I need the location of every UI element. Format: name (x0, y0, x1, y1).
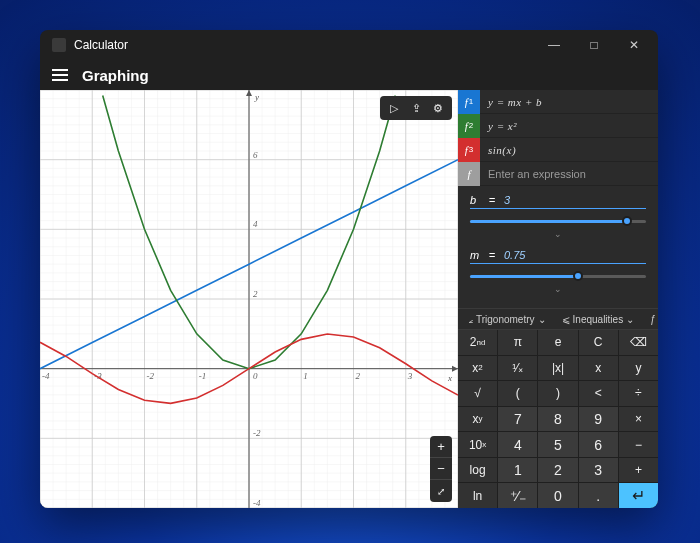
tab-inequalities[interactable]: ⩽ Inequalities ⌄ (558, 314, 639, 325)
graph-options-button[interactable]: ⚙ (427, 99, 449, 117)
svg-marker-100 (452, 366, 458, 372)
key-x[interactable]: xy (458, 407, 497, 432)
key-[interactable]: ⌫ (619, 330, 658, 355)
svg-text:y: y (254, 92, 259, 102)
svg-text:0: 0 (253, 371, 258, 381)
key-[interactable]: π (498, 330, 537, 355)
share-graph-button[interactable]: ⇪ (405, 99, 427, 117)
key-1[interactable]: 1 (498, 458, 537, 483)
zoom-out-button[interactable]: − (430, 458, 452, 480)
key-[interactable]: + (619, 458, 658, 483)
key-[interactable]: ¹⁄ₓ (498, 356, 537, 381)
key-[interactable]: ⁺⁄₋ (498, 483, 537, 508)
function-input-empty[interactable]: fEnter an expression (458, 162, 658, 186)
graph-canvas[interactable]: -4-3-2-11234-4-224680xy ▷ ⇪ ⚙ + − ⤢ (40, 90, 458, 508)
zoom-fit-button[interactable]: ⤢ (430, 480, 452, 502)
key-[interactable]: × (619, 407, 658, 432)
key-[interactable]: ) (538, 381, 577, 406)
key-y[interactable]: y (619, 356, 658, 381)
close-button[interactable]: ✕ (614, 30, 654, 60)
key-e[interactable]: e (538, 330, 577, 355)
key-[interactable]: . (579, 483, 618, 508)
zoom-in-button[interactable]: + (430, 436, 452, 458)
key-5[interactable]: 5 (538, 432, 577, 457)
key-[interactable]: − (619, 432, 658, 457)
svg-text:2: 2 (356, 371, 361, 381)
svg-text:x: x (447, 373, 452, 383)
key-x[interactable]: x2 (458, 356, 497, 381)
key-7[interactable]: 7 (498, 407, 537, 432)
key-4[interactable]: 4 (498, 432, 537, 457)
key-2[interactable]: 2 (538, 458, 577, 483)
function-list: f1y = mx + bf2y = x²f3sin(x)fEnter an ex… (458, 90, 658, 186)
angle-icon: ⦟ (468, 314, 473, 325)
maximize-button[interactable]: □ (574, 30, 614, 60)
svg-text:-4: -4 (253, 498, 261, 508)
variable-slider-m[interactable] (470, 270, 646, 282)
chevron-down-icon: ⌄ (538, 314, 546, 325)
inequality-icon: ⩽ (562, 314, 570, 325)
key-[interactable]: ( (498, 381, 537, 406)
svg-text:1: 1 (303, 371, 308, 381)
svg-text:-2: -2 (253, 428, 261, 438)
function-color-chip: f (458, 162, 480, 186)
function-row-1[interactable]: f1y = mx + b (458, 90, 658, 114)
variable-value-display[interactable]: b=3 (470, 194, 646, 209)
function-row-3[interactable]: f3sin(x) (458, 138, 658, 162)
function-expression: y = mx + b (480, 96, 542, 108)
graph-toolbar: ▷ ⇪ ⚙ (380, 96, 452, 120)
calculator-window: Calculator — □ ✕ Graphing -4-3-2-11234-4… (40, 30, 658, 508)
keypad: 2ndπeC⌫x2¹⁄ₓ|x|xy√()<÷xy789×10x456−log12… (458, 330, 658, 508)
function-color-chip: f3 (458, 138, 480, 162)
app-title: Calculator (74, 38, 128, 52)
svg-text:2: 2 (253, 289, 258, 299)
minimize-button[interactable]: — (534, 30, 574, 60)
key-9[interactable]: 9 (579, 407, 618, 432)
svg-text:3: 3 (407, 371, 413, 381)
input-pane: f1y = mx + bf2y = x²f3sin(x)fEnter an ex… (458, 90, 658, 508)
app-icon (52, 38, 66, 52)
function-placeholder-text: Enter an expression (480, 168, 586, 180)
zoom-controls: + − ⤢ (430, 436, 452, 502)
key-3[interactable]: 3 (579, 458, 618, 483)
function-icon: ƒ (650, 314, 656, 325)
svg-text:-4: -4 (42, 371, 50, 381)
mode-title: Graphing (82, 67, 149, 84)
key-2[interactable]: 2nd (458, 330, 497, 355)
function-expression: sin(x) (480, 144, 516, 156)
tab-trigonometry[interactable]: ⦟ Trigonometry ⌄ (464, 314, 550, 325)
key-8[interactable]: 8 (538, 407, 577, 432)
key-10[interactable]: 10x (458, 432, 497, 457)
key-x[interactable]: |x| (538, 356, 577, 381)
key-[interactable]: ↵ (619, 483, 658, 508)
chevron-down-icon[interactable]: ⌄ (470, 229, 646, 239)
hamburger-icon[interactable] (52, 69, 68, 81)
key-[interactable]: √ (458, 381, 497, 406)
function-expression: y = x² (480, 120, 517, 132)
function-row-2[interactable]: f2y = x² (458, 114, 658, 138)
svg-text:4: 4 (253, 219, 258, 229)
svg-text:-2: -2 (147, 371, 155, 381)
tab-function[interactable]: ƒ Function ⌄ (646, 314, 658, 325)
key-x[interactable]: x (579, 356, 618, 381)
key-log[interactable]: log (458, 458, 497, 483)
chevron-down-icon: ⌄ (626, 314, 634, 325)
key-[interactable]: < (579, 381, 618, 406)
header: Graphing (40, 60, 658, 90)
variable-value-display[interactable]: m=0.75 (470, 249, 646, 264)
function-color-chip: f2 (458, 114, 480, 138)
trace-button[interactable]: ▷ (383, 99, 405, 117)
variable-m: m=0.75⌄ (470, 249, 646, 294)
variable-slider-b[interactable] (470, 215, 646, 227)
key-ln[interactable]: ln (458, 483, 497, 508)
chevron-down-icon[interactable]: ⌄ (470, 284, 646, 294)
svg-marker-101 (246, 90, 252, 96)
key-C[interactable]: C (579, 330, 618, 355)
variable-panel: b=3⌄m=0.75⌄ (458, 186, 658, 308)
svg-text:-1: -1 (199, 371, 207, 381)
titlebar: Calculator — □ ✕ (40, 30, 658, 60)
key-6[interactable]: 6 (579, 432, 618, 457)
key-[interactable]: ÷ (619, 381, 658, 406)
key-0[interactable]: 0 (538, 483, 577, 508)
svg-text:6: 6 (253, 150, 258, 160)
